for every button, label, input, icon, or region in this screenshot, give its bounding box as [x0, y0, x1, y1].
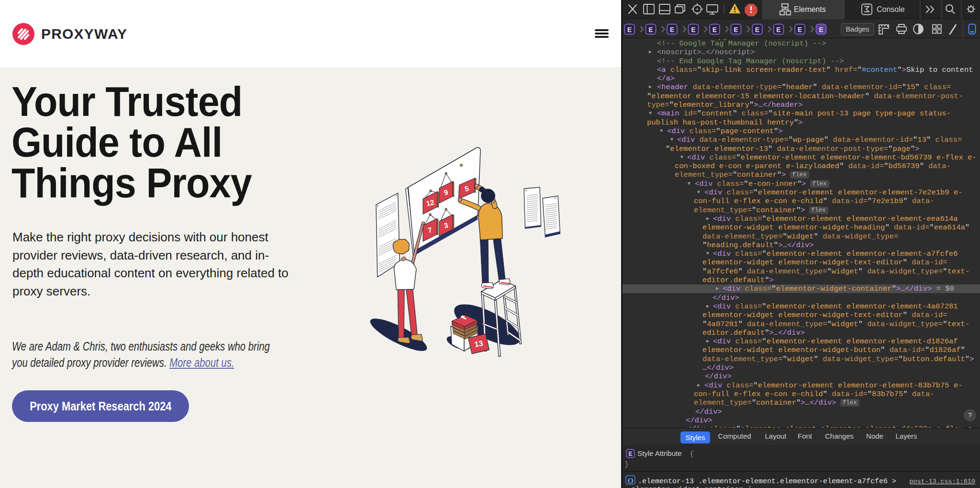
svg-text:E: E: [819, 26, 823, 34]
svg-text:E: E: [755, 26, 759, 34]
svg-text:{}: {}: [627, 478, 634, 484]
svg-text:Badges: Badges: [846, 25, 869, 33]
svg-text:post-13.css:1:610: post-13.css:1:610: [909, 478, 975, 485]
svg-text:E: E: [670, 26, 674, 34]
svg-text:13: 13: [474, 339, 484, 349]
svg-text:E: E: [713, 26, 717, 34]
svg-text:.elementor-widget-container {: .elementor-widget-container {: [627, 486, 752, 488]
svg-text:E: E: [627, 26, 632, 34]
svg-text:E: E: [691, 26, 695, 34]
svg-text:Style Attribute: Style Attribute: [637, 449, 682, 457]
svg-text:Console: Console: [877, 5, 905, 13]
svg-text:E: E: [798, 26, 802, 34]
svg-text:E: E: [734, 26, 738, 34]
svg-text:.elementor-13 .elementor-eleme: .elementor-13 .elementor-element.element…: [638, 477, 896, 486]
svg-text:}: }: [624, 461, 629, 469]
svg-text:E: E: [776, 26, 780, 34]
svg-text:Elements: Elements: [794, 5, 826, 13]
svg-text:E: E: [628, 451, 632, 457]
svg-text:E: E: [648, 26, 653, 34]
svg-text:{: {: [690, 450, 694, 458]
